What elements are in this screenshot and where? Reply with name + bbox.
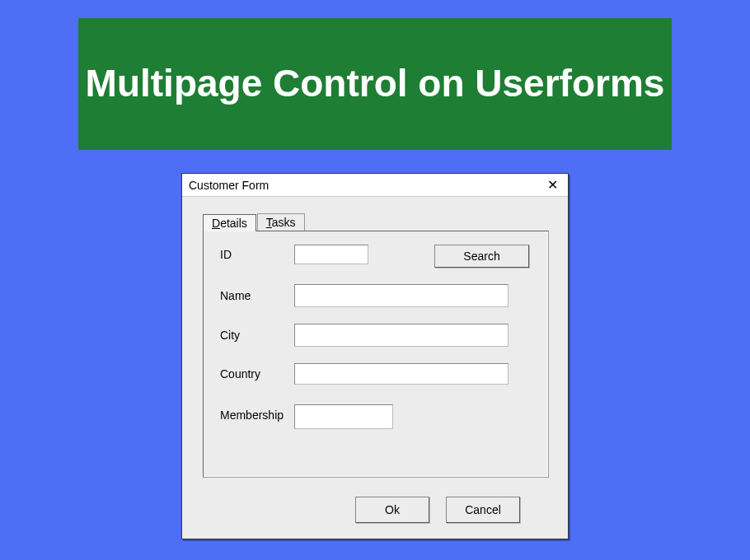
name-input[interactable]: [294, 284, 509, 307]
id-input[interactable]: [294, 245, 368, 264]
close-icon[interactable]: ✕: [544, 177, 561, 193]
details-page: ID Search Name City Country Membership: [203, 231, 549, 478]
name-label: Name: [220, 289, 251, 302]
customer-form-window: Customer Form ✕ Details Tasks ID Search …: [181, 173, 569, 539]
tab-rest: asks: [272, 216, 296, 229]
tab-hotkey: T: [266, 216, 272, 229]
id-label: ID: [220, 248, 232, 261]
city-label: City: [220, 329, 240, 342]
window-title: Customer Form: [189, 179, 269, 192]
tab-hotkey: D: [212, 217, 220, 230]
city-input[interactable]: [294, 324, 509, 347]
tab-details[interactable]: Details: [203, 214, 256, 231]
country-input[interactable]: [294, 363, 509, 385]
titlebar: Customer Form ✕: [182, 174, 568, 197]
tab-rest: etails: [220, 217, 247, 230]
country-label: Country: [220, 367, 260, 380]
ok-button[interactable]: Ok: [355, 497, 429, 523]
membership-input[interactable]: [294, 404, 393, 429]
search-button[interactable]: Search: [434, 245, 529, 268]
tab-strip: Details Tasks: [203, 213, 549, 231]
multipage-control: Details Tasks ID Search Name City Countr…: [203, 213, 549, 477]
title-banner: Multipage Control on Userforms: [78, 18, 672, 150]
cancel-button[interactable]: Cancel: [446, 497, 520, 523]
banner-title: Multipage Control on Userforms: [86, 59, 665, 109]
tab-tasks[interactable]: Tasks: [257, 213, 305, 231]
membership-label: Membership: [220, 408, 284, 422]
